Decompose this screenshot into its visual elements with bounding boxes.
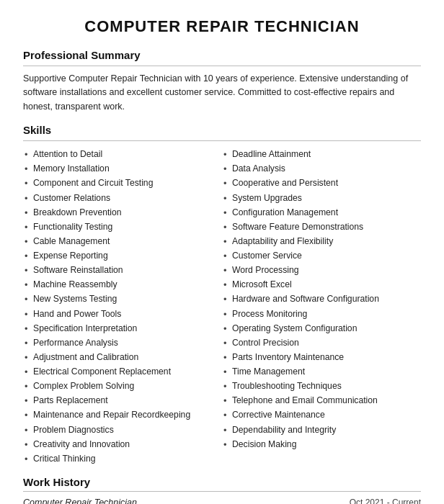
skill-item: Electrical Component Replacement bbox=[23, 364, 216, 379]
summary-divider bbox=[23, 66, 421, 66]
skill-item: Software Feature Demonstrations bbox=[222, 220, 415, 234]
skill-item: Cooperative and Persistent bbox=[222, 176, 415, 190]
skill-item: Operating System Configuration bbox=[222, 321, 415, 336]
skill-item: Functionality Testing bbox=[23, 220, 216, 234]
skill-item: Attention to Detail bbox=[23, 147, 216, 161]
work-divider bbox=[23, 491, 421, 492]
skills-heading: Skills bbox=[23, 124, 421, 136]
skill-item: Component and Circuit Testing bbox=[23, 176, 216, 190]
skills-right-column: Deadline AttainmentData AnalysisCooperat… bbox=[222, 147, 421, 466]
skill-item: Telephone and Email Communication bbox=[222, 393, 415, 408]
work-history-heading: Work History bbox=[23, 476, 421, 488]
skill-item: Maintenance and Repair Recordkeeping bbox=[23, 408, 216, 422]
skill-item: Data Analysis bbox=[222, 161, 415, 176]
skill-item: Problem Diagnostics bbox=[23, 423, 216, 437]
skill-item: Performance Analysis bbox=[23, 336, 216, 350]
skill-item: Process Monitoring bbox=[222, 307, 415, 321]
skill-item: Customer Service bbox=[222, 248, 415, 263]
skills-divider bbox=[23, 140, 421, 141]
skill-item: Parts Replacement bbox=[23, 393, 216, 408]
skill-item: New Systems Testing bbox=[23, 292, 216, 306]
skill-item: Memory Installation bbox=[23, 161, 216, 176]
skills-columns: Attention to DetailMemory InstallationCo… bbox=[23, 147, 421, 466]
work-dates: Oct 2021 - Current bbox=[350, 498, 421, 504]
skills-right-list: Deadline AttainmentData AnalysisCooperat… bbox=[222, 147, 415, 451]
skill-item: Decision Making bbox=[222, 437, 415, 451]
skill-item: Software Reinstallation bbox=[23, 263, 216, 277]
work-entries: Computer Repair TechnicianOct 2021 - Cur… bbox=[23, 498, 421, 504]
skills-left-column: Attention to DetailMemory InstallationCo… bbox=[23, 147, 222, 466]
skill-item: Troubleshooting Techniques bbox=[222, 379, 415, 393]
skill-item: Configuration Management bbox=[222, 205, 415, 220]
skill-item: Cable Management bbox=[23, 234, 216, 248]
work-title: Computer Repair Technician bbox=[23, 498, 137, 504]
skill-item: Hand and Power Tools bbox=[23, 307, 216, 321]
skill-item: Deadline Attainment bbox=[222, 147, 415, 161]
skill-item: Microsoft Excel bbox=[222, 277, 415, 292]
professional-summary-heading: Professional Summary bbox=[23, 49, 421, 61]
skills-left-list: Attention to DetailMemory InstallationCo… bbox=[23, 147, 216, 466]
skill-item: Corrective Maintenance bbox=[222, 408, 415, 422]
skill-item: Expense Reporting bbox=[23, 248, 216, 263]
skill-item: Customer Relations bbox=[23, 191, 216, 205]
skills-section: Skills Attention to DetailMemory Install… bbox=[23, 124, 421, 466]
professional-summary-section: Professional Summary Supportive Computer… bbox=[23, 49, 421, 114]
skill-item: Creativity and Innovation bbox=[23, 437, 216, 451]
skill-item: Adaptability and Flexibility bbox=[222, 234, 415, 248]
skill-item: Control Precision bbox=[222, 336, 415, 350]
skill-item: Word Processing bbox=[222, 263, 415, 277]
summary-text: Supportive Computer Repair Technician wi… bbox=[23, 72, 421, 114]
skill-item: Dependability and Integrity bbox=[222, 423, 415, 437]
skill-item: Breakdown Prevention bbox=[23, 205, 216, 220]
skill-item: Time Management bbox=[222, 364, 415, 379]
skill-item: Machine Reassembly bbox=[23, 277, 216, 292]
skill-item: Parts Inventory Maintenance bbox=[222, 350, 415, 364]
skill-item: Complex Problem Solving bbox=[23, 379, 216, 393]
skill-item: Critical Thinking bbox=[23, 451, 216, 466]
skill-item: Hardware and Software Configuration bbox=[222, 292, 415, 306]
resume-title: COMPUTER REPAIR TECHNICIAN bbox=[23, 17, 421, 36]
work-entry: Computer Repair TechnicianOct 2021 - Cur… bbox=[23, 498, 421, 504]
work-history-section: Work History Computer Repair TechnicianO… bbox=[23, 476, 421, 504]
skill-item: Specification Interpretation bbox=[23, 321, 216, 336]
skill-item: System Upgrades bbox=[222, 191, 415, 205]
skill-item: Adjustment and Calibration bbox=[23, 350, 216, 364]
